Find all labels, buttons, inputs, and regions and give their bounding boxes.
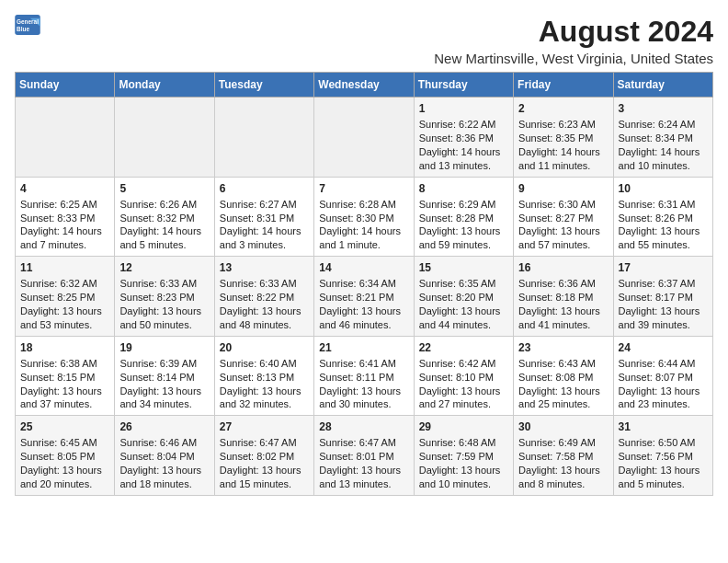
day-info-line-4: and 34 minutes.: [119, 397, 209, 411]
day-info-line-4: and 3 minutes.: [220, 238, 309, 252]
day-cell-17: 17Sunrise: 6:37 AMSunset: 8:17 PMDayligh…: [613, 257, 712, 337]
day-number: 17: [619, 260, 708, 275]
day-info-line-1: Sunrise: 6:47 AM: [220, 436, 309, 450]
day-info-line-2: Sunset: 8:32 PM: [119, 212, 209, 225]
day-info-line-1: Sunrise: 6:42 AM: [419, 357, 508, 371]
day-info-line-2: Sunset: 8:15 PM: [20, 371, 109, 385]
day-number: 3: [619, 101, 708, 116]
day-cell-6: 6Sunrise: 6:27 AMSunset: 8:31 PMDaylight…: [214, 177, 313, 257]
day-number: 19: [119, 340, 209, 355]
day-info-line-2: Sunset: 8:28 PM: [419, 212, 508, 225]
day-info-line-4: and 50 minutes.: [119, 318, 209, 332]
day-number: 25: [20, 419, 109, 434]
day-cell-31: 31Sunrise: 6:50 AMSunset: 7:56 PMDayligh…: [613, 416, 712, 496]
day-info-line-3: Daylight: 13 hours: [119, 385, 209, 398]
dow-friday: Friday: [514, 73, 613, 98]
day-info-line-3: Daylight: 13 hours: [419, 464, 508, 477]
day-info-line-3: Daylight: 13 hours: [20, 464, 109, 477]
day-cell-22: 22Sunrise: 6:42 AMSunset: 8:10 PMDayligh…: [414, 336, 513, 416]
day-info-line-4: and 44 minutes.: [419, 318, 508, 332]
day-info-line-2: Sunset: 8:18 PM: [518, 291, 608, 304]
day-info-line-3: Daylight: 14 hours: [119, 224, 209, 238]
day-number: 29: [419, 419, 508, 434]
day-cell-14: 14Sunrise: 6:34 AMSunset: 8:21 PMDayligh…: [314, 257, 414, 337]
day-cell-16: 16Sunrise: 6:36 AMSunset: 8:18 PMDayligh…: [514, 257, 613, 337]
day-info-line-4: and 11 minutes.: [518, 159, 608, 173]
day-info-line-4: and 30 minutes.: [319, 397, 408, 411]
calendar-body: 1Sunrise: 6:22 AMSunset: 8:36 PMDaylight…: [16, 98, 713, 496]
day-cell-29: 29Sunrise: 6:48 AMSunset: 7:59 PMDayligh…: [414, 416, 513, 496]
day-info-line-4: and 25 minutes.: [518, 397, 608, 411]
day-info-line-1: Sunrise: 6:49 AM: [518, 436, 608, 450]
week-row-4: 18Sunrise: 6:38 AMSunset: 8:15 PMDayligh…: [16, 336, 713, 416]
day-info-line-4: and 10 minutes.: [619, 159, 708, 173]
day-info-line-2: Sunset: 8:33 PM: [20, 212, 109, 225]
day-number: 28: [319, 419, 408, 434]
day-info-line-4: and 53 minutes.: [20, 318, 109, 332]
day-info-line-1: Sunrise: 6:30 AM: [518, 198, 608, 212]
day-cell-20: 20Sunrise: 6:40 AMSunset: 8:13 PMDayligh…: [214, 336, 313, 416]
dow-tuesday: Tuesday: [214, 73, 313, 98]
day-number: 2: [518, 101, 608, 116]
day-info-line-1: Sunrise: 6:34 AM: [319, 277, 408, 291]
day-info-line-3: Daylight: 13 hours: [319, 464, 408, 477]
logo: General Blue: [15, 15, 40, 35]
day-info-line-1: Sunrise: 6:44 AM: [619, 357, 708, 371]
day-info-line-4: and 57 minutes.: [518, 238, 608, 252]
day-info-line-1: Sunrise: 6:32 AM: [20, 277, 109, 291]
day-cell-30: 30Sunrise: 6:49 AMSunset: 7:58 PMDayligh…: [514, 416, 613, 496]
day-number: 31: [619, 419, 708, 434]
day-info-line-2: Sunset: 8:23 PM: [119, 291, 209, 304]
day-info-line-1: Sunrise: 6:29 AM: [419, 198, 508, 212]
day-info-line-1: Sunrise: 6:28 AM: [319, 198, 408, 212]
dow-thursday: Thursday: [414, 73, 513, 98]
day-info-line-1: Sunrise: 6:33 AM: [220, 277, 309, 291]
day-info-line-4: and 41 minutes.: [518, 318, 608, 332]
day-info-line-1: Sunrise: 6:31 AM: [619, 198, 708, 212]
day-info-line-4: and 39 minutes.: [619, 318, 708, 332]
day-info-line-1: Sunrise: 6:35 AM: [419, 277, 508, 291]
week-row-1: 1Sunrise: 6:22 AMSunset: 8:36 PMDaylight…: [16, 98, 713, 178]
day-number: 30: [518, 419, 608, 434]
day-cell-18: 18Sunrise: 6:38 AMSunset: 8:15 PMDayligh…: [16, 336, 115, 416]
day-info-line-4: and 7 minutes.: [20, 238, 109, 252]
day-number: 7: [319, 181, 408, 196]
day-number: 14: [319, 260, 408, 275]
day-cell-2: 2Sunrise: 6:23 AMSunset: 8:35 PMDaylight…: [514, 98, 613, 178]
day-number: 13: [220, 260, 309, 275]
day-info-line-3: Daylight: 14 hours: [419, 145, 508, 159]
day-info-line-1: Sunrise: 6:50 AM: [619, 436, 708, 450]
day-info-line-1: Sunrise: 6:46 AM: [119, 436, 209, 450]
week-row-2: 4Sunrise: 6:25 AMSunset: 8:33 PMDaylight…: [16, 177, 713, 257]
day-info-line-4: and 27 minutes.: [419, 397, 508, 411]
day-number: 6: [220, 181, 309, 196]
day-info-line-4: and 46 minutes.: [319, 318, 408, 332]
day-info-line-2: Sunset: 7:56 PM: [619, 450, 708, 464]
day-info-line-4: and 48 minutes.: [220, 318, 309, 332]
day-info-line-3: Daylight: 13 hours: [419, 224, 508, 238]
day-cell-26: 26Sunrise: 6:46 AMSunset: 8:04 PMDayligh…: [115, 416, 214, 496]
title-block: August 2024 New Martinsville, West Virgi…: [434, 15, 713, 66]
day-info-line-4: and 13 minutes.: [319, 477, 408, 491]
day-info-line-3: Daylight: 13 hours: [619, 385, 708, 398]
day-info-line-2: Sunset: 8:36 PM: [419, 132, 508, 145]
day-info-line-4: and 55 minutes.: [619, 238, 708, 252]
day-cell-5: 5Sunrise: 6:26 AMSunset: 8:32 PMDaylight…: [115, 177, 214, 257]
day-info-line-4: and 13 minutes.: [419, 159, 508, 173]
day-info-line-1: Sunrise: 6:48 AM: [419, 436, 508, 450]
day-info-line-3: Daylight: 13 hours: [20, 385, 109, 398]
day-info-line-2: Sunset: 8:26 PM: [619, 212, 708, 225]
day-info-line-4: and 37 minutes.: [20, 397, 109, 411]
day-info-line-3: Daylight: 13 hours: [20, 304, 109, 318]
day-number: 12: [119, 260, 209, 275]
day-info-line-1: Sunrise: 6:37 AM: [619, 277, 708, 291]
day-info-line-4: and 1 minute.: [319, 238, 408, 252]
day-info-line-4: and 10 minutes.: [419, 477, 508, 491]
day-info-line-1: Sunrise: 6:41 AM: [319, 357, 408, 371]
day-info-line-2: Sunset: 8:08 PM: [518, 371, 608, 385]
day-cell-24: 24Sunrise: 6:44 AMSunset: 8:07 PMDayligh…: [613, 336, 712, 416]
day-info-line-3: Daylight: 14 hours: [319, 224, 408, 238]
day-info-line-3: Daylight: 13 hours: [220, 464, 309, 477]
day-info-line-2: Sunset: 8:04 PM: [119, 450, 209, 464]
day-info-line-4: and 5 minutes.: [619, 477, 708, 491]
